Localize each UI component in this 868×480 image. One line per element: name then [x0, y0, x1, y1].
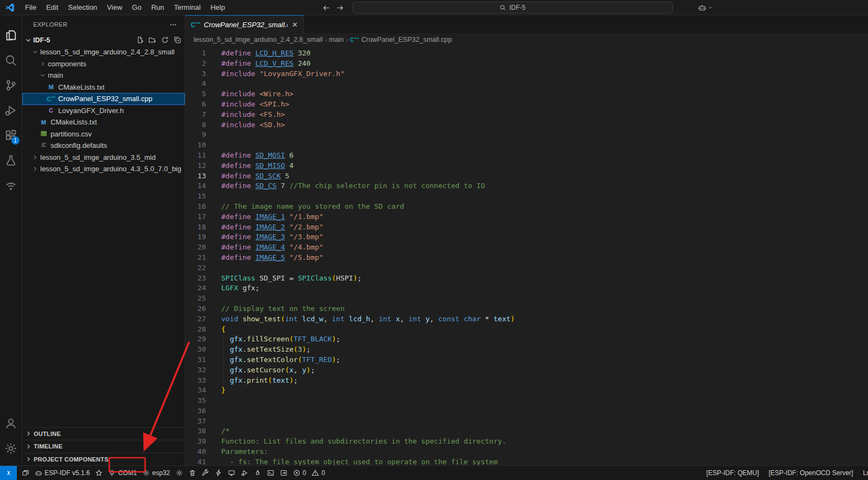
menu-selection[interactable]: Selection: [63, 2, 102, 13]
workspace-section-header[interactable]: IDF-5: [22, 34, 185, 46]
code-line[interactable]: 12#define SD_MISO 4: [185, 161, 868, 171]
file-tree-item[interactable]: C++CrowPanel_ESP32_small.cpp: [22, 93, 185, 105]
file-tree-item[interactable]: lesson_5_sd_imge_arduino_2.4_2.8_small: [22, 46, 185, 58]
statusbar-bolt-icon[interactable]: [212, 466, 225, 480]
statusbar-esp-idf-v5-1-6[interactable]: ESP-IDF v5.1.6: [32, 466, 92, 480]
statusbar-export-icon[interactable]: [277, 466, 290, 480]
copilot-button[interactable]: [698, 0, 713, 15]
statusbar-wrench-icon[interactable]: [199, 466, 212, 480]
file-tree-item[interactable]: CLovyanGFX_Driver.h: [22, 105, 185, 117]
code-line[interactable]: 40Parameters:: [185, 447, 868, 457]
menu-run[interactable]: Run: [146, 2, 169, 13]
code-line[interactable]: 27void show_test(int lcd_w, int lcd_h, i…: [185, 314, 868, 325]
code-line[interactable]: 6#include <SPI.h>: [185, 99, 868, 110]
code-line[interactable]: 18#define IMAGE_2 "/2.bmp": [185, 222, 868, 233]
close-icon[interactable]: ✕: [291, 21, 299, 29]
code-line[interactable]: 32 gfx.setCursor(x, y);: [185, 365, 868, 376]
command-center-search[interactable]: IDF-5: [352, 2, 673, 14]
menu-edit[interactable]: Edit: [41, 2, 63, 13]
file-tree-item[interactable]: sdkconfig.defaults: [22, 140, 185, 152]
code-line[interactable]: 19#define IMAGE_3 "/3.bmp": [185, 232, 868, 242]
code-line[interactable]: 31 gfx.setTextColor(TFT_RED);: [185, 355, 868, 365]
activitybar-explorer[interactable]: [0, 23, 22, 48]
activitybar-source-control[interactable]: [0, 73, 22, 98]
activitybar-testing[interactable]: [0, 148, 22, 173]
file-tree-item[interactable]: main: [22, 70, 185, 82]
code-line[interactable]: 5#include <Wire.h>: [185, 89, 868, 99]
breadcrumb-folder[interactable]: main: [329, 36, 344, 43]
tab-crowpanel-cpp[interactable]: C++ CrowPanel_ESP32_small.cpp ✕: [185, 15, 304, 33]
code-line[interactable]: 7#include <FS.h>: [185, 110, 868, 120]
code-line[interactable]: 29 gfx.fillScreen(TFT_BLACK);: [185, 334, 868, 345]
activitybar-search[interactable]: [0, 48, 22, 73]
code-line[interactable]: 11#define SD_MOSI 6: [185, 151, 868, 161]
code-line[interactable]: 16// The image name you stored on the SD…: [185, 202, 868, 212]
code-line[interactable]: 33 gfx.print(text);: [185, 376, 868, 386]
code-line[interactable]: 1#define LCD_H_RES 320: [185, 48, 868, 59]
code-line[interactable]: 2#define LCD_V_RES 240: [185, 59, 868, 69]
code-line[interactable]: 8#include <SD.h>: [185, 120, 868, 130]
code-line[interactable]: 34}: [185, 385, 868, 396]
file-tree-item[interactable]: MCMakeLists.txt: [22, 82, 185, 93]
code-line[interactable]: 22: [185, 263, 868, 273]
code-line[interactable]: 39Function: List files and subdirectorie…: [185, 437, 868, 447]
code-line[interactable]: 21#define IMAGE_5 "/5.bmp": [185, 253, 868, 263]
menu-go[interactable]: Go: [127, 2, 146, 13]
ellipsis-icon[interactable]: [169, 21, 177, 29]
statusbar-flame-icon[interactable]: [251, 466, 264, 480]
code-line[interactable]: 26// Display text on the screen: [185, 304, 868, 314]
menu-file[interactable]: File: [20, 2, 41, 13]
statusbar-com1[interactable]: COM1: [105, 466, 140, 480]
code-line[interactable]: 35: [185, 396, 868, 406]
refresh-icon[interactable]: [161, 36, 169, 44]
code-line[interactable]: 15: [185, 191, 868, 202]
code-line[interactable]: 14#define SD_CS 7 //The chip selector pi…: [185, 181, 868, 191]
code-line[interactable]: 30 gfx.setTextSize(3);: [185, 345, 868, 355]
panel-timeline[interactable]: TIMELINE: [22, 440, 185, 453]
panel-outline[interactable]: OUTLINE: [22, 427, 185, 440]
statusbar-monitor-icon[interactable]: [225, 466, 238, 480]
code-line[interactable]: 28{: [185, 325, 868, 335]
code-line[interactable]: 37: [185, 416, 868, 427]
code-line[interactable]: 24LGFX gfx;: [185, 283, 868, 294]
new-file-icon[interactable]: [136, 36, 144, 44]
file-tree-item[interactable]: components: [22, 58, 185, 70]
activitybar-espressif[interactable]: [0, 173, 22, 198]
new-folder-icon[interactable]: [148, 36, 157, 44]
code-line[interactable]: 17#define IMAGE_1 "/1.bmp": [185, 212, 868, 222]
statusbar-line-indicator[interactable]: Ln 1: [862, 466, 868, 480]
menu-view[interactable]: View: [102, 2, 127, 13]
activitybar-extensions[interactable]: 1: [0, 123, 22, 148]
activitybar-settings[interactable]: [0, 436, 22, 461]
activitybar-run-debug[interactable]: [0, 98, 22, 123]
file-tree-item[interactable]: MCMakeLists.txt: [22, 116, 185, 128]
statusbar-qemu[interactable]: [ESP-IDF: QEMU]: [705, 466, 760, 480]
code-line[interactable]: 36: [185, 406, 868, 416]
menu-terminal[interactable]: Terminal: [169, 2, 205, 13]
statusbar-trash-icon[interactable]: [186, 466, 199, 480]
code-line[interactable]: 23SPIClass SD_SPI = SPIClass(HSPI);: [185, 273, 868, 284]
arrow-right-icon[interactable]: [336, 4, 344, 12]
code-line[interactable]: 13#define SD_SCK 5: [185, 171, 868, 182]
code-line[interactable]: 25: [185, 294, 868, 304]
code-editor[interactable]: 1#define LCD_H_RES 3202#define LCD_V_RES…: [185, 46, 868, 465]
statusbar-remote-icon[interactable]: [0, 466, 17, 480]
breadcrumb-file[interactable]: CrowPanel_ESP32_small.cpp: [361, 36, 452, 43]
statusbar-terminal-icon[interactable]: [264, 466, 277, 480]
statusbar-0[interactable]: 0: [290, 466, 309, 480]
code-line[interactable]: 41 - fs: The file system object used to …: [185, 457, 868, 465]
code-line[interactable]: 4: [185, 79, 868, 89]
code-line[interactable]: 10: [185, 140, 868, 151]
menu-help[interactable]: Help: [205, 2, 230, 13]
collapse-all-icon[interactable]: [173, 36, 182, 44]
statusbar-gear-icon[interactable]: [173, 466, 186, 480]
statusbar-star-icon[interactable]: [92, 466, 105, 480]
statusbar-openocd[interactable]: [ESP-IDF: OpenOCD Server]: [767, 466, 854, 480]
panel-project-components[interactable]: PROJECT COMPONENTS: [22, 453, 185, 466]
breadcrumb-folder[interactable]: lesson_5_sd_imge_arduino_2.4_2.8_small: [193, 36, 323, 43]
statusbar-esp32[interactable]: esp32: [140, 466, 173, 480]
activitybar-account[interactable]: [0, 411, 22, 436]
code-line[interactable]: 3#include "LovyanGFX_Driver.h": [185, 69, 868, 79]
statusbar-0[interactable]: 0: [309, 466, 328, 480]
file-tree-item[interactable]: lesson_5_sd_imge_arduino_4.3_5.0_7.0_big: [22, 163, 185, 175]
